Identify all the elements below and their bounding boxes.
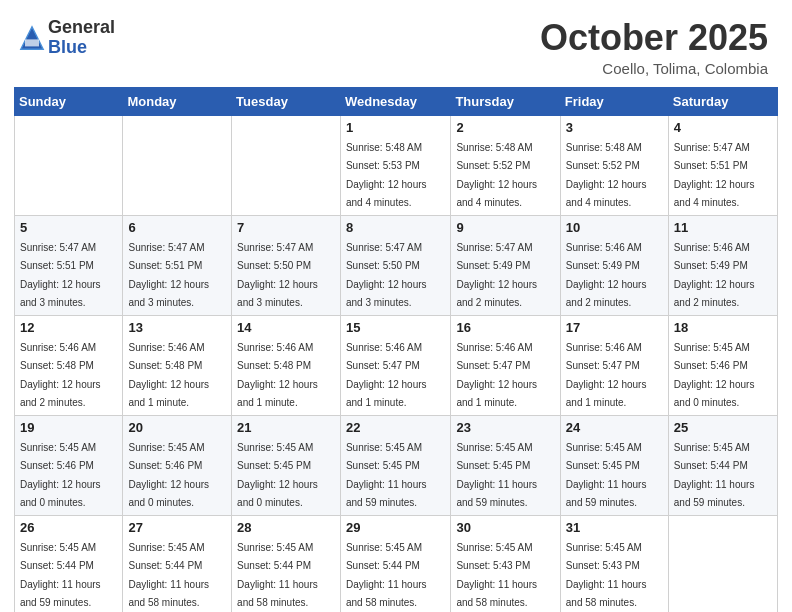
day-number: 29 <box>346 520 445 535</box>
day-cell: 5Sunrise: 5:47 AM Sunset: 5:51 PM Daylig… <box>15 215 123 315</box>
col-header-monday: Monday <box>123 87 232 115</box>
day-number: 7 <box>237 220 335 235</box>
day-info: Sunrise: 5:46 AM Sunset: 5:47 PM Dayligh… <box>566 342 647 409</box>
day-info: Sunrise: 5:48 AM Sunset: 5:52 PM Dayligh… <box>566 142 647 209</box>
day-info: Sunrise: 5:45 AM Sunset: 5:43 PM Dayligh… <box>456 542 537 609</box>
day-cell <box>668 515 777 612</box>
day-cell: 11Sunrise: 5:46 AM Sunset: 5:49 PM Dayli… <box>668 215 777 315</box>
day-number: 17 <box>566 320 663 335</box>
day-info: Sunrise: 5:45 AM Sunset: 5:45 PM Dayligh… <box>566 442 647 509</box>
day-cell: 26Sunrise: 5:45 AM Sunset: 5:44 PM Dayli… <box>15 515 123 612</box>
day-info: Sunrise: 5:47 AM Sunset: 5:49 PM Dayligh… <box>456 242 537 309</box>
day-number: 3 <box>566 120 663 135</box>
day-info: Sunrise: 5:47 AM Sunset: 5:51 PM Dayligh… <box>674 142 755 209</box>
day-info: Sunrise: 5:46 AM Sunset: 5:49 PM Dayligh… <box>566 242 647 309</box>
day-cell: 10Sunrise: 5:46 AM Sunset: 5:49 PM Dayli… <box>560 215 668 315</box>
calendar-wrapper: SundayMondayTuesdayWednesdayThursdayFrid… <box>0 87 792 612</box>
day-number: 5 <box>20 220 117 235</box>
calendar-table: SundayMondayTuesdayWednesdayThursdayFrid… <box>14 87 778 612</box>
day-info: Sunrise: 5:48 AM Sunset: 5:53 PM Dayligh… <box>346 142 427 209</box>
logo: General Blue <box>18 18 115 58</box>
col-header-saturday: Saturday <box>668 87 777 115</box>
day-cell: 23Sunrise: 5:45 AM Sunset: 5:45 PM Dayli… <box>451 415 560 515</box>
day-info: Sunrise: 5:45 AM Sunset: 5:44 PM Dayligh… <box>674 442 755 509</box>
day-cell: 13Sunrise: 5:46 AM Sunset: 5:48 PM Dayli… <box>123 315 232 415</box>
day-info: Sunrise: 5:47 AM Sunset: 5:50 PM Dayligh… <box>346 242 427 309</box>
logo-icon <box>18 24 46 52</box>
week-row-3: 12Sunrise: 5:46 AM Sunset: 5:48 PM Dayli… <box>15 315 778 415</box>
day-cell: 3Sunrise: 5:48 AM Sunset: 5:52 PM Daylig… <box>560 115 668 215</box>
day-cell: 17Sunrise: 5:46 AM Sunset: 5:47 PM Dayli… <box>560 315 668 415</box>
week-row-1: 1Sunrise: 5:48 AM Sunset: 5:53 PM Daylig… <box>15 115 778 215</box>
day-info: Sunrise: 5:45 AM Sunset: 5:44 PM Dayligh… <box>237 542 318 609</box>
day-cell: 29Sunrise: 5:45 AM Sunset: 5:44 PM Dayli… <box>340 515 450 612</box>
day-cell: 12Sunrise: 5:46 AM Sunset: 5:48 PM Dayli… <box>15 315 123 415</box>
day-cell: 16Sunrise: 5:46 AM Sunset: 5:47 PM Dayli… <box>451 315 560 415</box>
day-number: 16 <box>456 320 554 335</box>
day-info: Sunrise: 5:47 AM Sunset: 5:50 PM Dayligh… <box>237 242 318 309</box>
day-info: Sunrise: 5:46 AM Sunset: 5:49 PM Dayligh… <box>674 242 755 309</box>
day-info: Sunrise: 5:45 AM Sunset: 5:44 PM Dayligh… <box>128 542 209 609</box>
day-number: 26 <box>20 520 117 535</box>
header: General Blue October 2025 Coello, Tolima… <box>0 0 792 87</box>
svg-rect-2 <box>25 39 39 46</box>
day-info: Sunrise: 5:45 AM Sunset: 5:43 PM Dayligh… <box>566 542 647 609</box>
col-header-friday: Friday <box>560 87 668 115</box>
day-info: Sunrise: 5:45 AM Sunset: 5:44 PM Dayligh… <box>20 542 101 609</box>
month-title: October 2025 <box>540 18 768 58</box>
day-info: Sunrise: 5:47 AM Sunset: 5:51 PM Dayligh… <box>128 242 209 309</box>
day-cell <box>15 115 123 215</box>
day-info: Sunrise: 5:46 AM Sunset: 5:47 PM Dayligh… <box>346 342 427 409</box>
day-info: Sunrise: 5:45 AM Sunset: 5:45 PM Dayligh… <box>237 442 318 509</box>
day-info: Sunrise: 5:45 AM Sunset: 5:45 PM Dayligh… <box>456 442 537 509</box>
logo-text: General Blue <box>48 18 115 58</box>
day-info: Sunrise: 5:46 AM Sunset: 5:47 PM Dayligh… <box>456 342 537 409</box>
day-number: 15 <box>346 320 445 335</box>
day-cell <box>123 115 232 215</box>
day-cell: 8Sunrise: 5:47 AM Sunset: 5:50 PM Daylig… <box>340 215 450 315</box>
day-cell: 14Sunrise: 5:46 AM Sunset: 5:48 PM Dayli… <box>232 315 341 415</box>
logo-general: General <box>48 18 115 38</box>
day-number: 30 <box>456 520 554 535</box>
day-number: 31 <box>566 520 663 535</box>
day-cell: 4Sunrise: 5:47 AM Sunset: 5:51 PM Daylig… <box>668 115 777 215</box>
day-cell: 7Sunrise: 5:47 AM Sunset: 5:50 PM Daylig… <box>232 215 341 315</box>
day-cell: 9Sunrise: 5:47 AM Sunset: 5:49 PM Daylig… <box>451 215 560 315</box>
day-cell: 1Sunrise: 5:48 AM Sunset: 5:53 PM Daylig… <box>340 115 450 215</box>
day-cell: 25Sunrise: 5:45 AM Sunset: 5:44 PM Dayli… <box>668 415 777 515</box>
day-info: Sunrise: 5:45 AM Sunset: 5:46 PM Dayligh… <box>20 442 101 509</box>
day-number: 23 <box>456 420 554 435</box>
day-number: 1 <box>346 120 445 135</box>
title-area: October 2025 Coello, Tolima, Colombia <box>540 18 768 77</box>
day-cell: 30Sunrise: 5:45 AM Sunset: 5:43 PM Dayli… <box>451 515 560 612</box>
day-cell: 2Sunrise: 5:48 AM Sunset: 5:52 PM Daylig… <box>451 115 560 215</box>
day-cell: 15Sunrise: 5:46 AM Sunset: 5:47 PM Dayli… <box>340 315 450 415</box>
calendar-header-row: SundayMondayTuesdayWednesdayThursdayFrid… <box>15 87 778 115</box>
day-number: 8 <box>346 220 445 235</box>
col-header-thursday: Thursday <box>451 87 560 115</box>
week-row-4: 19Sunrise: 5:45 AM Sunset: 5:46 PM Dayli… <box>15 415 778 515</box>
day-number: 11 <box>674 220 772 235</box>
day-cell: 20Sunrise: 5:45 AM Sunset: 5:46 PM Dayli… <box>123 415 232 515</box>
day-number: 28 <box>237 520 335 535</box>
day-cell: 24Sunrise: 5:45 AM Sunset: 5:45 PM Dayli… <box>560 415 668 515</box>
day-info: Sunrise: 5:45 AM Sunset: 5:46 PM Dayligh… <box>674 342 755 409</box>
day-number: 25 <box>674 420 772 435</box>
day-cell <box>232 115 341 215</box>
day-info: Sunrise: 5:45 AM Sunset: 5:44 PM Dayligh… <box>346 542 427 609</box>
location: Coello, Tolima, Colombia <box>540 60 768 77</box>
day-number: 21 <box>237 420 335 435</box>
day-number: 18 <box>674 320 772 335</box>
day-number: 24 <box>566 420 663 435</box>
week-row-2: 5Sunrise: 5:47 AM Sunset: 5:51 PM Daylig… <box>15 215 778 315</box>
calendar-body: 1Sunrise: 5:48 AM Sunset: 5:53 PM Daylig… <box>15 115 778 612</box>
day-number: 13 <box>128 320 226 335</box>
day-info: Sunrise: 5:45 AM Sunset: 5:46 PM Dayligh… <box>128 442 209 509</box>
day-info: Sunrise: 5:48 AM Sunset: 5:52 PM Dayligh… <box>456 142 537 209</box>
day-cell: 19Sunrise: 5:45 AM Sunset: 5:46 PM Dayli… <box>15 415 123 515</box>
day-cell: 18Sunrise: 5:45 AM Sunset: 5:46 PM Dayli… <box>668 315 777 415</box>
day-info: Sunrise: 5:46 AM Sunset: 5:48 PM Dayligh… <box>128 342 209 409</box>
day-info: Sunrise: 5:47 AM Sunset: 5:51 PM Dayligh… <box>20 242 101 309</box>
day-cell: 31Sunrise: 5:45 AM Sunset: 5:43 PM Dayli… <box>560 515 668 612</box>
day-number: 10 <box>566 220 663 235</box>
